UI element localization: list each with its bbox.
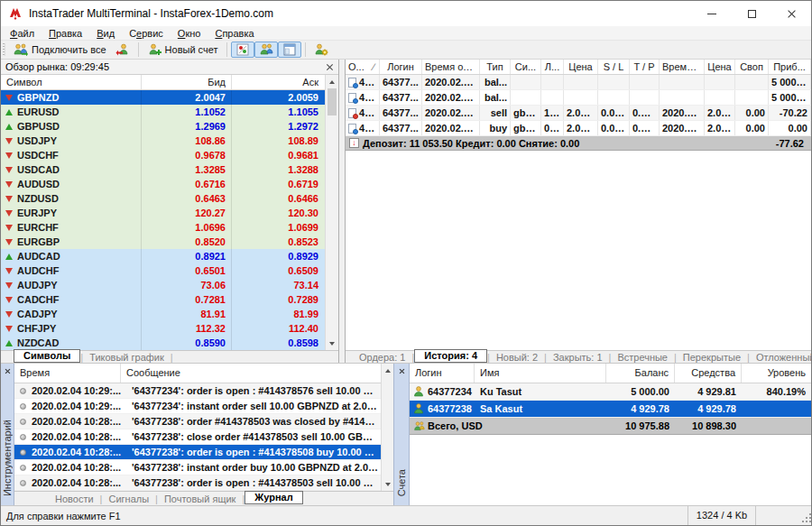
- symbol-row-gbpnzd[interactable]: GBPNZD2.00472.0059: [1, 90, 338, 105]
- toolbar-grip[interactable]: [3, 43, 5, 56]
- orders-column-header-6[interactable]: Цена: [564, 60, 598, 74]
- symbol-name: AUDCAD: [1, 249, 142, 263]
- orders-column-header-10[interactable]: Цена: [705, 60, 735, 74]
- scroll-down-icon[interactable]: [382, 477, 393, 491]
- maximize-button[interactable]: [732, 1, 771, 26]
- resize-grip[interactable]: [799, 506, 811, 525]
- account-row-64377238[interactable]: 64377238Sa Kasut4 929.784 929.78: [410, 401, 811, 418]
- market-watch-close-icon[interactable]: [326, 63, 334, 71]
- toolbox-strip-label[interactable]: Инструментарий: [2, 420, 13, 496]
- accounts-strip-label[interactable]: Счета: [396, 469, 407, 496]
- journal-row[interactable]: 2020.02.04 10:28:...'64377238': order #4…: [14, 414, 393, 429]
- accounts-close-icon[interactable]: [399, 368, 405, 374]
- orders-tab-overlapped[interactable]: Перекрытые: [677, 352, 747, 363]
- market-watch-scrollbar[interactable]: [325, 75, 338, 350]
- menu-item-view[interactable]: Вид: [89, 28, 122, 39]
- scroll-up-icon[interactable]: [326, 75, 338, 88]
- menu-item-edit[interactable]: Правка: [42, 28, 89, 39]
- journal-row[interactable]: 2020.02.04 10:29:...'64377234': order is…: [14, 383, 393, 399]
- symbol-row-usdcad[interactable]: USDCAD1.32851.3288: [1, 162, 338, 177]
- symbol-row-usdchf[interactable]: USDCHF0.96780.9681: [1, 148, 338, 162]
- toolbox-toggle-button[interactable]: [278, 42, 301, 58]
- ask-number: 1.0699: [288, 221, 318, 235]
- order-cell-10: [705, 90, 735, 105]
- orders-column-header-2[interactable]: Время отк...: [422, 60, 480, 74]
- symbol-row-cadjpy[interactable]: CADJPY81.9181.99: [1, 307, 338, 321]
- menu-item-file[interactable]: Файл: [3, 28, 42, 39]
- symbol-row-eurjpy[interactable]: EURJPY120.27120.30: [1, 206, 338, 220]
- disconnect-all-button[interactable]: [111, 42, 134, 58]
- connect-all-button[interactable]: Подключить все: [9, 42, 111, 58]
- order-row[interactable]: 414...64377...2020.02.04 ...buygbp...0.0…: [346, 121, 811, 136]
- orders-column-header-3[interactable]: Тип: [480, 60, 511, 74]
- symbol-row-eurgbp[interactable]: EURGBP0.85200.8523: [1, 235, 338, 249]
- symbol-row-audjpy[interactable]: AUDJPY73.0673.14: [1, 278, 338, 292]
- accounts-column-header-0[interactable]: Логин: [410, 364, 475, 383]
- market-watch-tab-tick-chart[interactable]: Тиковый график: [83, 352, 171, 363]
- new-account-button[interactable]: Новый счет: [143, 42, 223, 58]
- journal-row[interactable]: 2020.02.04 10:28:...'64377238': close or…: [14, 429, 393, 445]
- orders-column-header-4[interactable]: Си...: [511, 60, 541, 74]
- journal-tab-mailbox[interactable]: Почтовый ящик: [158, 494, 242, 504]
- accounts-toggle-button[interactable]: [254, 42, 278, 58]
- app-icon[interactable]: [8, 6, 23, 21]
- minimize-button[interactable]: [692, 1, 732, 26]
- orders-column-header-9[interactable]: Время зак...: [660, 60, 705, 74]
- journal-tab-news[interactable]: Новости: [49, 494, 100, 504]
- order-row[interactable]: 414...64377...2020.02.04 ...sellgbp...10…: [346, 106, 811, 121]
- column-header-ask[interactable]: Аск: [232, 75, 338, 89]
- journal-tab-journal[interactable]: Журнал: [245, 491, 302, 504]
- orders-column-header-0[interactable]: О...∕: [346, 60, 380, 74]
- journal-row[interactable]: 2020.02.04 10:28:...'64377238': order is…: [14, 475, 393, 491]
- menu-item-help[interactable]: Справка: [208, 28, 261, 39]
- market-watch-tab-symbols[interactable]: Символы: [14, 349, 80, 363]
- menu-item-window[interactable]: Окно: [171, 28, 208, 39]
- close-button[interactable]: [771, 1, 811, 26]
- scroll-up-icon[interactable]: [382, 364, 393, 377]
- symbol-row-eurchf[interactable]: EURCHF1.06961.0699: [1, 220, 338, 235]
- orders-column-header-11[interactable]: Своп: [735, 60, 769, 74]
- symbol-row-audcad[interactable]: AUDCAD0.89210.8929: [1, 249, 338, 263]
- symbol-row-usdjpy[interactable]: USDJPY108.86108.89: [1, 134, 338, 148]
- scrollbar-thumb[interactable]: [328, 88, 337, 115]
- symbol-row-eurusd[interactable]: EURUSD1.10521.1055: [1, 105, 338, 119]
- order-row[interactable]: 414...64377...2020.02.04 ...bal...5 000.…: [346, 75, 811, 90]
- symbol-row-gbpusd[interactable]: GBPUSD1.29691.2972: [1, 119, 338, 134]
- symbol-row-chfjpy[interactable]: CHFJPY112.32112.40: [1, 321, 338, 336]
- orders-column-header-7[interactable]: S / L: [598, 60, 630, 74]
- orders-tab-new[interactable]: Новый: 2: [490, 352, 544, 363]
- journal-row[interactable]: 2020.02.04 10:28:...'64377238': order is…: [14, 445, 393, 460]
- orders-tab-pending[interactable]: Отложенный: 1: [750, 352, 812, 363]
- orders-tab-orders[interactable]: Ордера: 1: [353, 352, 411, 363]
- symbol-row-cadchf[interactable]: CADCHF0.72810.7289: [1, 292, 338, 307]
- orders-tab-counter[interactable]: Встречные: [611, 352, 674, 363]
- account-row-64377234[interactable]: 64377234Ku Tasut5 000.004 929.81840.19%: [410, 383, 811, 401]
- toolbox-close-icon[interactable]: [5, 368, 11, 374]
- accounts-column-header-2[interactable]: Баланс: [606, 364, 675, 383]
- column-header-symbol[interactable]: Символ: [1, 75, 142, 89]
- symbol-row-nzdcad[interactable]: NZDCAD0.85900.8598: [1, 336, 338, 350]
- journal-row[interactable]: 2020.02.04 10:28:...'64377238': instant …: [14, 460, 393, 475]
- orders-column-header-1[interactable]: Логин: [380, 60, 422, 74]
- orders-column-header-12[interactable]: Приб...: [769, 60, 811, 74]
- orders-tab-history[interactable]: История: 4: [414, 349, 487, 363]
- accounts-column-header-4[interactable]: Уровень: [742, 364, 811, 383]
- orders-tab-close[interactable]: Закрыть: 1: [547, 352, 609, 363]
- scroll-down-icon[interactable]: [326, 337, 338, 350]
- orders-column-header-5[interactable]: Л...: [541, 60, 564, 74]
- symbol-row-audchf[interactable]: AUDCHF0.65010.6509: [1, 263, 338, 278]
- column-header-bid[interactable]: Бид: [142, 75, 232, 89]
- orders-column-header-8[interactable]: T / P: [630, 60, 660, 74]
- order-row[interactable]: 414...64377...2020.02.04 ...bal...5 000.…: [346, 90, 811, 106]
- account-settings-button[interactable]: [309, 42, 333, 58]
- accounts-column-header-1[interactable]: Имя: [475, 364, 606, 383]
- journal-scrollbar[interactable]: [381, 364, 393, 491]
- journal-tab-signals[interactable]: Сигналы: [102, 494, 155, 504]
- journal-row[interactable]: 2020.02.04 10:29:...'64377234': instant …: [14, 399, 393, 414]
- accounts-column-header-3[interactable]: Средства: [675, 364, 742, 383]
- market-watch-toggle-button[interactable]: [231, 42, 254, 58]
- symbol-row-audusd[interactable]: AUDUSD0.67160.6719: [1, 177, 338, 191]
- symbol-row-nzdusd[interactable]: NZDUSD0.64630.6466: [1, 191, 338, 206]
- menu-item-tools[interactable]: Сервис: [122, 28, 171, 39]
- scrollbar-track[interactable]: [326, 88, 338, 337]
